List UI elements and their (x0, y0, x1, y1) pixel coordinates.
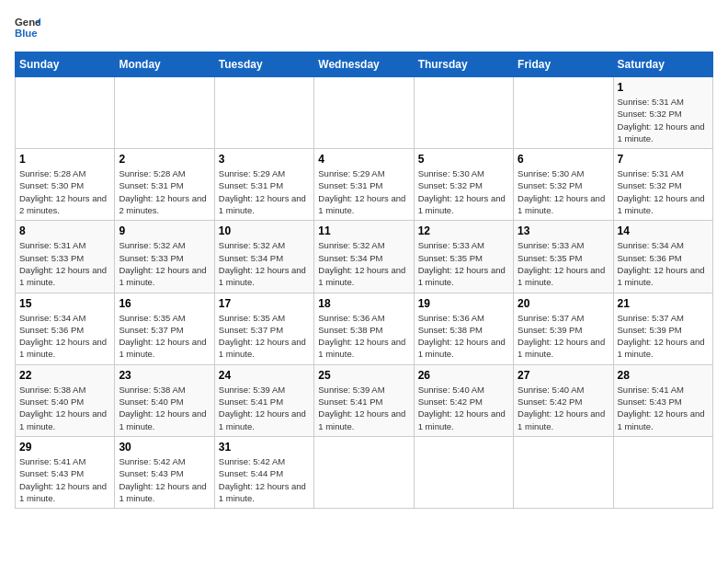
day-number: 14 (618, 224, 709, 237)
day-number: 24 (219, 369, 310, 382)
day-info: Sunrise: 5:36 AM Sunset: 5:38 PM Dayligh… (318, 312, 409, 361)
calendar-header-row: SundayMondayTuesdayWednesdayThursdayFrid… (16, 52, 713, 77)
day-header-wednesday: Wednesday (314, 52, 414, 77)
logo: General Blue (15, 15, 40, 40)
day-number: 27 (518, 369, 609, 382)
calendar-cell: 27 Sunrise: 5:40 AM Sunset: 5:42 PM Dayl… (514, 364, 613, 436)
day-info: Sunrise: 5:31 AM Sunset: 5:32 PM Dayligh… (618, 167, 709, 216)
calendar-cell: 23 Sunrise: 5:38 AM Sunset: 5:40 PM Dayl… (115, 364, 214, 436)
calendar-cell (414, 77, 513, 149)
day-info: Sunrise: 5:39 AM Sunset: 5:41 PM Dayligh… (318, 384, 409, 432)
calendar-cell (314, 77, 414, 149)
day-number: 2 (119, 153, 210, 166)
calendar-cell (514, 77, 613, 149)
day-number: 4 (318, 153, 409, 166)
day-number: 7 (618, 153, 709, 166)
day-info: Sunrise: 5:32 AM Sunset: 5:33 PM Dayligh… (119, 239, 210, 288)
calendar-week-row: 8 Sunrise: 5:31 AM Sunset: 5:33 PM Dayli… (16, 221, 713, 293)
calendar-cell: 31 Sunrise: 5:42 AM Sunset: 5:44 PM Dayl… (214, 436, 313, 508)
day-number: 23 (119, 369, 210, 382)
calendar-cell: 22 Sunrise: 5:38 AM Sunset: 5:40 PM Dayl… (16, 364, 115, 436)
day-number: 31 (219, 441, 310, 454)
day-info: Sunrise: 5:35 AM Sunset: 5:37 PM Dayligh… (119, 312, 210, 361)
day-info: Sunrise: 5:31 AM Sunset: 5:33 PM Dayligh… (19, 239, 110, 288)
day-info: Sunrise: 5:40 AM Sunset: 5:42 PM Dayligh… (518, 384, 609, 432)
calendar-cell: 17 Sunrise: 5:35 AM Sunset: 5:37 PM Dayl… (214, 293, 313, 364)
calendar-cell (314, 436, 414, 508)
calendar-cell: 1 Sunrise: 5:28 AM Sunset: 5:30 PM Dayli… (16, 149, 115, 221)
day-info: Sunrise: 5:29 AM Sunset: 5:31 PM Dayligh… (318, 167, 409, 216)
svg-text:Blue: Blue (15, 28, 38, 39)
day-info: Sunrise: 5:35 AM Sunset: 5:37 PM Dayligh… (219, 312, 310, 361)
day-info: Sunrise: 5:30 AM Sunset: 5:32 PM Dayligh… (418, 167, 509, 216)
day-info: Sunrise: 5:28 AM Sunset: 5:30 PM Dayligh… (19, 167, 110, 216)
day-header-sunday: Sunday (16, 52, 115, 77)
calendar-table: SundayMondayTuesdayWednesdayThursdayFrid… (15, 52, 713, 509)
calendar-cell: 13 Sunrise: 5:33 AM Sunset: 5:35 PM Dayl… (514, 221, 613, 293)
calendar-cell: 1 Sunrise: 5:31 AM Sunset: 5:32 PM Dayli… (613, 77, 712, 149)
day-info: Sunrise: 5:38 AM Sunset: 5:40 PM Dayligh… (119, 384, 210, 432)
day-number: 6 (518, 153, 609, 166)
day-info: Sunrise: 5:31 AM Sunset: 5:32 PM Dayligh… (618, 96, 709, 144)
day-info: Sunrise: 5:41 AM Sunset: 5:43 PM Dayligh… (19, 455, 110, 504)
calendar-week-row: 15 Sunrise: 5:34 AM Sunset: 5:36 PM Dayl… (16, 293, 713, 364)
calendar-cell (414, 436, 513, 508)
calendar-cell (16, 77, 115, 149)
day-number: 3 (219, 153, 310, 166)
day-header-thursday: Thursday (414, 52, 513, 77)
day-number: 21 (618, 297, 709, 310)
calendar-cell: 4 Sunrise: 5:29 AM Sunset: 5:31 PM Dayli… (314, 149, 414, 221)
day-number: 17 (219, 297, 310, 310)
day-info: Sunrise: 5:32 AM Sunset: 5:34 PM Dayligh… (219, 239, 310, 288)
calendar-cell: 2 Sunrise: 5:28 AM Sunset: 5:31 PM Dayli… (115, 149, 214, 221)
calendar-cell: 10 Sunrise: 5:32 AM Sunset: 5:34 PM Dayl… (214, 221, 313, 293)
calendar-cell: 15 Sunrise: 5:34 AM Sunset: 5:36 PM Dayl… (16, 293, 115, 364)
calendar-cell: 19 Sunrise: 5:36 AM Sunset: 5:38 PM Dayl… (414, 293, 513, 364)
day-info: Sunrise: 5:37 AM Sunset: 5:39 PM Dayligh… (518, 312, 609, 361)
day-info: Sunrise: 5:38 AM Sunset: 5:40 PM Dayligh… (19, 384, 110, 432)
calendar-cell: 18 Sunrise: 5:36 AM Sunset: 5:38 PM Dayl… (314, 293, 414, 364)
calendar-cell: 24 Sunrise: 5:39 AM Sunset: 5:41 PM Dayl… (214, 364, 313, 436)
day-number: 19 (418, 297, 509, 310)
page-header: General Blue (15, 15, 713, 40)
day-number: 25 (318, 369, 409, 382)
day-number: 28 (618, 369, 709, 382)
calendar-week-row: 22 Sunrise: 5:38 AM Sunset: 5:40 PM Dayl… (16, 364, 713, 436)
calendar-cell: 14 Sunrise: 5:34 AM Sunset: 5:36 PM Dayl… (613, 221, 712, 293)
day-number: 9 (119, 224, 210, 237)
day-number: 5 (418, 153, 509, 166)
day-number: 11 (318, 224, 409, 237)
calendar-cell: 30 Sunrise: 5:42 AM Sunset: 5:43 PM Dayl… (115, 436, 214, 508)
calendar-cell: 26 Sunrise: 5:40 AM Sunset: 5:42 PM Dayl… (414, 364, 513, 436)
day-number: 10 (219, 224, 310, 237)
calendar-cell (613, 436, 712, 508)
day-info: Sunrise: 5:37 AM Sunset: 5:39 PM Dayligh… (618, 312, 709, 361)
day-header-saturday: Saturday (613, 52, 712, 77)
calendar-cell: 6 Sunrise: 5:30 AM Sunset: 5:32 PM Dayli… (514, 149, 613, 221)
day-header-friday: Friday (514, 52, 613, 77)
day-info: Sunrise: 5:30 AM Sunset: 5:32 PM Dayligh… (518, 167, 609, 216)
day-number: 15 (19, 297, 110, 310)
day-header-tuesday: Tuesday (214, 52, 313, 77)
calendar-cell (214, 77, 313, 149)
day-number: 13 (518, 224, 609, 237)
calendar-week-row: 29 Sunrise: 5:41 AM Sunset: 5:43 PM Dayl… (16, 436, 713, 508)
day-number: 1 (19, 153, 110, 166)
day-number: 18 (318, 297, 409, 310)
calendar-cell: 29 Sunrise: 5:41 AM Sunset: 5:43 PM Dayl… (16, 436, 115, 508)
day-number: 20 (518, 297, 609, 310)
day-number: 26 (418, 369, 509, 382)
day-info: Sunrise: 5:29 AM Sunset: 5:31 PM Dayligh… (219, 167, 310, 216)
calendar-cell: 3 Sunrise: 5:29 AM Sunset: 5:31 PM Dayli… (214, 149, 313, 221)
day-number: 22 (19, 369, 110, 382)
calendar-cell: 7 Sunrise: 5:31 AM Sunset: 5:32 PM Dayli… (613, 149, 712, 221)
calendar-cell: 8 Sunrise: 5:31 AM Sunset: 5:33 PM Dayli… (16, 221, 115, 293)
calendar-cell (514, 436, 613, 508)
calendar-week-row: 1 Sunrise: 5:28 AM Sunset: 5:30 PM Dayli… (16, 149, 713, 221)
day-info: Sunrise: 5:36 AM Sunset: 5:38 PM Dayligh… (418, 312, 509, 361)
day-number: 30 (119, 441, 210, 454)
calendar-cell: 9 Sunrise: 5:32 AM Sunset: 5:33 PM Dayli… (115, 221, 214, 293)
calendar-cell: 16 Sunrise: 5:35 AM Sunset: 5:37 PM Dayl… (115, 293, 214, 364)
day-number: 29 (19, 441, 110, 454)
calendar-cell: 11 Sunrise: 5:32 AM Sunset: 5:34 PM Dayl… (314, 221, 414, 293)
